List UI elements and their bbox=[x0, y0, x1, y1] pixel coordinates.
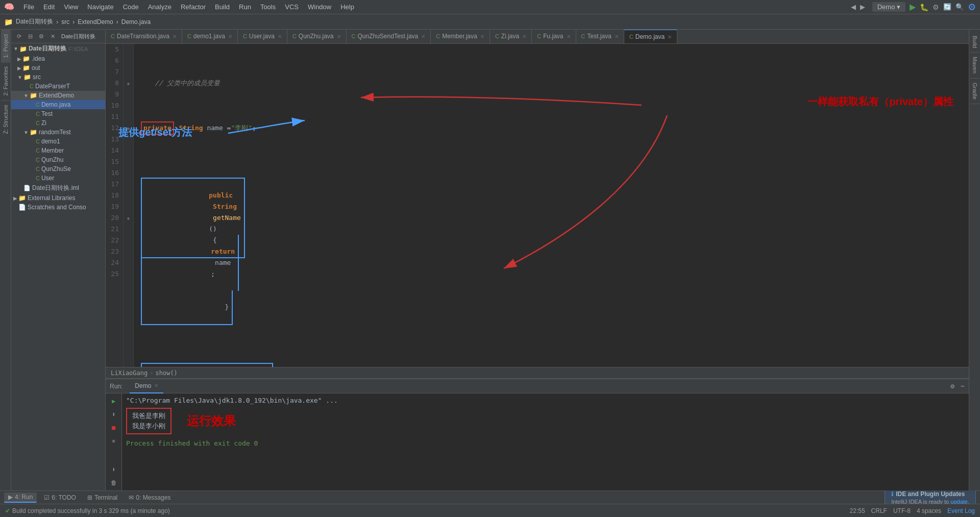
sidebar-collapse-btn[interactable]: ⊟ bbox=[26, 32, 35, 41]
run-play-btn[interactable]: ▶ bbox=[108, 396, 119, 407]
editor-area: CDateTransition.java✕ Cdemo1.java✕ CUser… bbox=[106, 30, 969, 490]
taskbar-run[interactable]: ▶ 4: Run bbox=[4, 493, 37, 503]
sidebar-title: Date日期转换 bbox=[61, 33, 95, 40]
tab-demojava[interactable]: CDemo.java✕ bbox=[624, 30, 677, 43]
menu-tools[interactable]: Tools bbox=[256, 2, 280, 12]
run-clear[interactable]: 🗑 bbox=[108, 477, 119, 488]
tab-user[interactable]: CUser.java✕ bbox=[238, 30, 287, 43]
forward-button[interactable]: ▶ bbox=[860, 3, 865, 11]
cursor-position[interactable]: 22:55 bbox=[850, 507, 865, 514]
run-scroll-down[interactable]: ⬇ bbox=[108, 464, 119, 475]
tree-extenddemo[interactable]: ▼ 📁 ExtendDemo bbox=[11, 91, 105, 100]
run-button[interactable]: ▶ bbox=[910, 2, 916, 12]
menu-build[interactable]: Build bbox=[211, 2, 234, 12]
tree-idea[interactable]: ▶ 📁 .idea bbox=[11, 54, 105, 63]
coverage-button[interactable]: ⚙ bbox=[933, 3, 939, 11]
line-ending[interactable]: CRLF bbox=[871, 507, 887, 514]
messages-icon: ✉ bbox=[129, 494, 134, 501]
tree-user[interactable]: C User bbox=[11, 174, 105, 183]
line-numbers: 5 6 7 8 9 10 11 12 13 14 15 16 17 18 bbox=[106, 44, 124, 378]
run-tab[interactable]: Demo ✕ bbox=[130, 379, 163, 393]
taskbar-messages[interactable]: ✉ 0: Messages bbox=[125, 493, 175, 502]
menu-vcs[interactable]: VCS bbox=[281, 2, 303, 12]
menu-navigate[interactable]: Navigate bbox=[83, 2, 117, 12]
tab-member[interactable]: CMember.java✕ bbox=[431, 30, 490, 43]
messages-taskbar-label: 0: Messages bbox=[136, 494, 170, 501]
tab-testjava[interactable]: CTest.java✕ bbox=[576, 30, 624, 43]
src-breadcrumb[interactable]: src bbox=[61, 18, 69, 26]
taskbar-terminal[interactable]: ⊞ Terminal bbox=[83, 493, 121, 502]
sidebar-close-btn[interactable]: ✕ bbox=[48, 32, 57, 41]
tab-demo1[interactable]: Cdemo1.java✕ bbox=[182, 30, 238, 43]
menu-window[interactable]: Window bbox=[304, 2, 335, 12]
encoding[interactable]: UTF-8 bbox=[893, 507, 911, 514]
tab-qunzhu[interactable]: CQunZhu.java✕ bbox=[287, 30, 347, 43]
tab-qunzhusendtest[interactable]: CQunZhuSendTest.java✕ bbox=[347, 30, 431, 43]
code-editor[interactable]: 5 6 7 8 9 10 11 12 13 14 15 16 17 18 bbox=[106, 44, 969, 378]
tree-qunzhu[interactable]: C QunZhu bbox=[11, 155, 105, 164]
menu-help[interactable]: Help bbox=[336, 2, 358, 12]
run-output: ▶ ⬆ ■ ✕ ⬇ 🗑 "C:\Program Files\Java\jdk1.… bbox=[106, 393, 969, 490]
run-close-btn[interactable]: − bbox=[961, 382, 965, 390]
event-log[interactable]: Event Log bbox=[947, 507, 975, 514]
bottom-panel: Run: Demo ✕ ⚙ − ▶ ⬆ bbox=[106, 378, 969, 490]
code-breadcrumb: LiXiaoGang › show() bbox=[106, 367, 969, 378]
terminal-icon: ⊞ bbox=[87, 494, 92, 501]
project-sidebar: ⟳ ⊟ ⚙ ✕ Date日期转换 ▼ 📁 Date日期转换 F:\IDEA ▶ … bbox=[11, 30, 106, 490]
tree-root[interactable]: ▼ 📁 Date日期转换 F:\IDEA bbox=[11, 43, 105, 54]
back-button[interactable]: ◀ bbox=[851, 3, 856, 11]
output-line-1: 我爸是李刚 bbox=[132, 411, 165, 421]
tree-src[interactable]: ▼ 📁 src bbox=[11, 72, 105, 82]
menu-file[interactable]: File bbox=[19, 2, 38, 12]
tree-zi[interactable]: C Zi bbox=[11, 118, 105, 128]
tree-out[interactable]: ▶ 📁 out bbox=[11, 63, 105, 72]
menu-view[interactable]: View bbox=[60, 2, 82, 12]
run-scroll-top[interactable]: ⬆ bbox=[108, 409, 119, 420]
tree-iml[interactable]: 📄 Date日期转换.iml bbox=[11, 183, 105, 193]
method-breadcrumb: show() bbox=[155, 370, 177, 377]
tree-member[interactable]: C Member bbox=[11, 146, 105, 155]
tab-fu[interactable]: CFu.java✕ bbox=[532, 30, 576, 43]
menu-run[interactable]: Run bbox=[235, 2, 255, 12]
run-stop-btn[interactable]: ■ bbox=[108, 422, 119, 433]
status-bar: ✔ Build completed successfully in 3 s 32… bbox=[0, 504, 980, 517]
menu-edit[interactable]: Edit bbox=[39, 2, 59, 12]
code-content[interactable]: // 父类中的成员变量 private String name = "李刚" ; bbox=[134, 44, 969, 378]
run-settings-btn[interactable]: ⚙ bbox=[950, 382, 954, 390]
code-line-5: // 父类中的成员变量 bbox=[139, 78, 969, 89]
taskbar-todo[interactable]: ☑ 6: TODO bbox=[40, 493, 80, 502]
tree-demojava[interactable]: C Demo.java bbox=[11, 100, 105, 109]
favorites-tab[interactable]: Z: Structure bbox=[1, 100, 10, 138]
sidebar-sync-btn[interactable]: ⟳ bbox=[14, 32, 23, 41]
tree-randomtest[interactable]: ▼ 📁 randomTest bbox=[11, 128, 105, 137]
tree-demo1[interactable]: C demo1 bbox=[11, 137, 105, 146]
sidebar-settings-btn[interactable]: ⚙ bbox=[37, 32, 46, 41]
tree-external-libs[interactable]: ▶ 📁 External Libraries bbox=[11, 193, 105, 203]
maven-tab-right[interactable]: Maven bbox=[970, 53, 979, 78]
app-icon: 🧠 bbox=[4, 2, 14, 12]
indent-settings[interactable]: 4 spaces bbox=[917, 507, 941, 514]
run-close-run[interactable]: ✕ bbox=[108, 435, 119, 447]
menu-code[interactable]: Code bbox=[119, 2, 143, 12]
project-tab[interactable]: 1: Project bbox=[1, 30, 10, 62]
structure-tab[interactable]: 2: Favorites bbox=[1, 62, 10, 100]
file-breadcrumb[interactable]: Demo.java bbox=[121, 18, 151, 26]
gradle-tab-right[interactable]: Gradle bbox=[970, 79, 979, 104]
project-name[interactable]: Date日期转换 bbox=[16, 17, 53, 26]
run-config[interactable]: Demo ▾ bbox=[872, 2, 905, 12]
tab-zi[interactable]: CZi.java✕ bbox=[490, 30, 532, 43]
search-everywhere[interactable]: 🔍 bbox=[955, 3, 964, 11]
tree-qunzhuse[interactable]: C QunZhuSe bbox=[11, 164, 105, 174]
module-breadcrumb[interactable]: ExtendDemo bbox=[78, 18, 113, 26]
todo-taskbar-label: 6: TODO bbox=[52, 494, 76, 501]
debug-button[interactable]: 🐛 bbox=[920, 3, 928, 11]
menu-refactor[interactable]: Refactor bbox=[177, 2, 210, 12]
tree-test[interactable]: C Test bbox=[11, 109, 105, 118]
settings-button[interactable]: ⚙ bbox=[968, 2, 976, 13]
update-button[interactable]: 🔄 bbox=[943, 3, 951, 11]
tree-dateparsert[interactable]: C DateParserT bbox=[11, 82, 105, 91]
build-tab-right[interactable]: Build bbox=[970, 32, 979, 53]
tree-scratches[interactable]: ▶ 📄 Scratches and Conso bbox=[11, 203, 105, 212]
menu-analyze[interactable]: Analyze bbox=[144, 2, 176, 12]
tab-datetransition[interactable]: CDateTransition.java✕ bbox=[106, 30, 182, 43]
